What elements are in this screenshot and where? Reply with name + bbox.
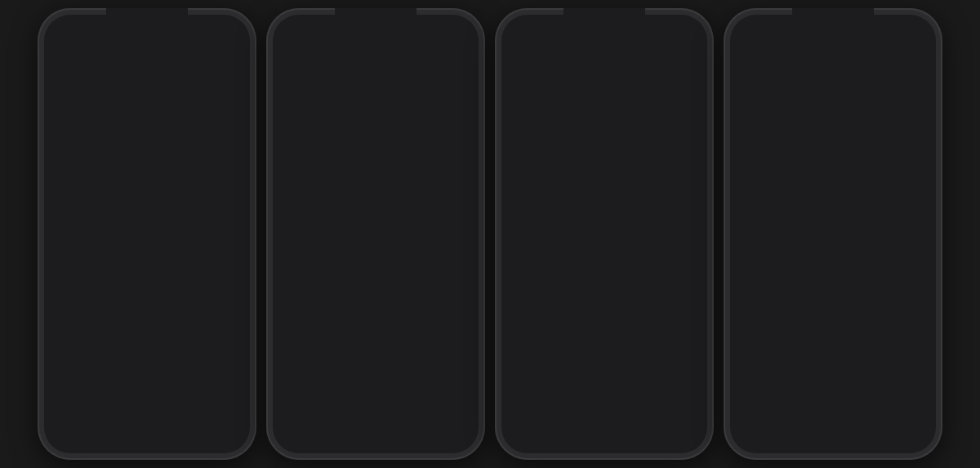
download-info: Grim Soul: Survival – Free Hack 1.9.4 • … — [789, 137, 921, 159]
app-list-item[interactable]: UO Unc0ver iOS 11.0 - 12.1.2 Jailbr... i… — [274, 289, 477, 337]
tab-label: Info — [444, 430, 457, 438]
tab-downloads[interactable]: ⬇️ Downloads — [394, 411, 432, 438]
download-name: Spotify Modded — [789, 337, 921, 349]
tab-downloads[interactable]: ⬇️ Downloads — [852, 411, 889, 438]
download-size: 1.1.8 • 950818310.ipa — [789, 299, 921, 309]
phone-games: 20:57 GamesWhat's New Newly Uploaded See… — [38, 8, 256, 460]
tab-games[interactable]: 🎮 Games — [740, 411, 777, 438]
notch — [568, 16, 641, 34]
app-list-item[interactable]: 🧟 Dead Spreading:Saving Hack Entertainme… — [46, 217, 248, 265]
app-list-item[interactable]: ⚔️ Dungeon Boss Hack Action, Role Playin… — [46, 169, 248, 217]
tab-icon: ⬇️ — [633, 411, 651, 429]
search-result-item[interactable]: ⚡ DRAGON BALL Z DOKKAN BAT... Puzzle, Ac… — [503, 305, 706, 355]
tab-info[interactable]: ℹ️ Info — [431, 411, 469, 438]
signal-icon — [644, 24, 656, 33]
app-list-item[interactable]: 🏙️ Blank City Hack Entertainment, Action… — [46, 289, 248, 337]
app-list-item[interactable]: ⏺ EveryCord – Record & Broadcast Photo &… — [274, 217, 477, 265]
tab-games[interactable]: 🎮 Games — [283, 411, 320, 438]
app-sub: iOS 11.0 - 12.1.2 Jailbreak by Pwn2Ownd — [332, 314, 464, 324]
see-all-button[interactable]: See All — [431, 107, 464, 119]
tab-games[interactable]: 🎮 Games — [54, 411, 91, 438]
status-icons — [416, 24, 461, 34]
tab-apps[interactable]: ⚙️ Apps — [91, 411, 129, 438]
app-info: Fun Run 3 – Multiplayer Games... Sports,… — [103, 134, 235, 156]
download-item[interactable]: Cercube 5 for Youtube (No Ads) 14.19 • 5… — [732, 74, 934, 123]
tab-apps[interactable]: ⚙️ Apps — [320, 411, 358, 438]
tab-label: Info — [216, 430, 228, 438]
search-result-item[interactable]: C Crunchyroll Hack Lifestyle — [503, 355, 706, 405]
screen-apps: 20:57 AppsWhat's New Newly Uploaded See … — [274, 16, 477, 452]
status-time: 20:57 — [62, 23, 87, 34]
tab-label: Downloads — [166, 430, 203, 438]
tab-label: Search — [822, 430, 845, 438]
status-icons — [873, 24, 918, 34]
subsection-header: Recently Updated See All — [46, 272, 248, 289]
result-name: DRAGON BALL LEGENDS – VIP... — [560, 270, 693, 282]
tab-downloads[interactable]: ⬇️ Downloads — [166, 411, 203, 438]
result-sub: Lifestyle — [560, 381, 693, 391]
see-all-button[interactable]: See All — [431, 275, 464, 287]
search-result-item[interactable]: 🐉 DRAGON BALL LEGENDS – Fre... Role Play… — [503, 156, 706, 206]
svg-rect-22 — [880, 25, 882, 32]
tab-label: Info — [673, 430, 685, 438]
tab-label: Games — [746, 430, 770, 438]
subsection-label: Recently Updated — [59, 275, 149, 287]
app-list-item[interactable]: 📈 Elevate – Brain Training Modded Puzzle… — [274, 169, 477, 217]
app-list-item[interactable]: 🏃 Fun Run 3 – Multiplayer Games... Sport… — [46, 121, 248, 169]
search-bar[interactable]: 🔍 Dragon ball ✕ — [513, 78, 696, 101]
app-icon: ⏺ — [287, 223, 323, 259]
download-app-icon: 💀 — [745, 130, 781, 166]
screen-games: 20:57 GamesWhat's New Newly Uploaded See… — [46, 16, 248, 452]
download-item[interactable]: UO Unc0ver iOS 11.0 - 12.1.2 Jailbr... 3… — [732, 173, 934, 223]
tab-label: Search — [364, 430, 388, 438]
tab-games[interactable]: 🎮 Games — [511, 411, 549, 438]
app-list-item[interactable]: ◈ Live Wallpapers for Me Modded Photo & … — [274, 337, 477, 386]
app-list-item[interactable]: ⚡ [NEW ERA] Summoners War H... Role Play… — [46, 337, 248, 386]
download-app-icon: T — [745, 279, 781, 315]
result-icon: 🐉 — [516, 113, 552, 149]
tab-apps[interactable]: ⚙️ Apps — [549, 411, 586, 438]
download-item[interactable]: 🦋 Chimera – iOS 12.0.0 - 12.1.2 Ja... 1.… — [732, 223, 934, 273]
search-input[interactable]: Dragon ball — [537, 84, 674, 96]
result-info: DRAGON BALL Z DOKKAN BAT... Puzzle, Acti… — [560, 319, 693, 341]
see-all-button[interactable]: See All — [203, 275, 235, 287]
tab-search[interactable]: 🔍 Search — [586, 411, 623, 438]
search-clear-button[interactable]: ✕ — [679, 83, 688, 96]
result-icon: ⚡ — [516, 312, 552, 348]
download-item[interactable]: ♫ Spotify Modded 8.5.1 • 324684580.ipa — [732, 323, 934, 372]
download-item[interactable]: T ToonsNow – Best Cartoons & A... 1.1.8 … — [732, 273, 934, 323]
search-result-item[interactable]: 🐉 DRAGON BALL LEGENDS – VIP... Role Play… — [503, 206, 706, 256]
tab-search[interactable]: 🔍 Search — [357, 411, 394, 438]
download-item[interactable]: 💀 Grim Soul: Survival – Free Hack 1.9.4 … — [732, 123, 934, 173]
tab-bar: 🎮 Games ⚙️ Apps 🔍 Search ⬇️ Downloads ℹ️… — [740, 403, 926, 443]
download-name: ToonsNow – Best Cartoons & A... — [789, 287, 921, 299]
tab-info[interactable]: ℹ️ Info — [889, 411, 926, 438]
screen-content: Search 🔍 Dragon ball ✕ 🐉 [ Dragon Ball L… — [503, 38, 706, 412]
wifi-icon — [658, 24, 669, 33]
tab-icon: ℹ️ — [441, 411, 459, 429]
tab-bar: 🎮 Games ⚙️ Apps 🔍 Search ⬇️ Downloads ℹ️… — [54, 403, 240, 443]
app-icon: 📈 — [287, 175, 323, 211]
tab-apps[interactable]: ⚙️ Apps — [777, 411, 815, 438]
tab-downloads[interactable]: ⬇️ Downloads — [623, 411, 661, 438]
see-all-button[interactable]: See All — [203, 107, 235, 119]
result-sub: Role Playing, Entertainment, Action — [560, 182, 693, 192]
tab-info[interactable]: ℹ️ Info — [203, 411, 240, 438]
status-time: 20:57 — [291, 23, 316, 34]
tab-info[interactable]: ℹ️ Info — [660, 411, 697, 438]
svg-rect-0 — [187, 29, 189, 32]
app-info: Dungeon Boss Hack Action, Role Playing, … — [103, 182, 235, 204]
subsection-label: Newly Uploaded — [59, 107, 140, 119]
search-result-item[interactable]: 🐉 DRAGON BALL LEGENDS – VIP... Role Play… — [503, 256, 706, 305]
app-list-item[interactable]: Cercube 5 for Youtube (No Ads) Entertain… — [274, 121, 477, 169]
status-icons — [187, 24, 232, 34]
tab-label: Downloads — [394, 430, 431, 438]
tab-icon: ℹ️ — [670, 411, 688, 429]
tab-search[interactable]: 🔍 Search — [128, 411, 166, 438]
download-size: 1.9.4 • 1366215798.ipa — [789, 149, 921, 159]
screen-content: AppsWhat's New Newly Uploaded See All Ce… — [274, 38, 477, 412]
battery-icon — [443, 24, 461, 34]
tab-search[interactable]: 🔍 Search — [814, 411, 852, 438]
search-result-item[interactable]: 🐉 [ Dragon Ball Legends Japan ]... ロールプレ… — [503, 106, 706, 156]
app-name: Unc0ver iOS 11.0 - 12.1.2 Jailbr... — [332, 302, 464, 314]
